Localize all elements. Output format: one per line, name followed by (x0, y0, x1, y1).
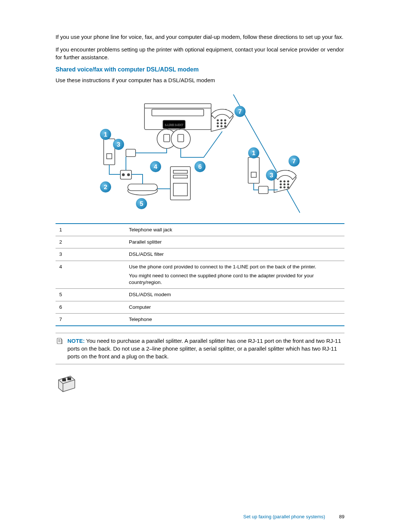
note-text: NOTE: You need to purchase a parallel sp… (67, 337, 344, 360)
svg-rect-8 (178, 134, 184, 142)
legend-desc: DSL/ADSL modem (126, 289, 344, 301)
legend-desc: Parallel splitter (126, 236, 344, 248)
svg-point-36 (284, 181, 285, 182)
table-row: 7 Telephone (56, 313, 344, 326)
footer-section-link[interactable]: Set up faxing (parallel phone systems) (243, 514, 325, 519)
svg-text:5: 5 (140, 200, 143, 207)
svg-text:1: 1 (104, 131, 107, 138)
parallel-splitter-icon (56, 371, 78, 393)
svg-rect-32 (248, 157, 259, 183)
port-label: 1-LINE 2-EXT (165, 123, 183, 127)
svg-rect-34 (259, 186, 268, 194)
legend-desc: Telephone (126, 313, 344, 326)
svg-point-31 (224, 126, 226, 127)
svg-rect-69 (67, 377, 71, 380)
svg-point-27 (221, 123, 222, 124)
svg-point-39 (284, 184, 285, 185)
svg-text:1: 1 (252, 150, 255, 157)
table-row: 5 DSL/ADSL modem (56, 289, 344, 301)
section-subtext: Use these instructions if your computer … (56, 77, 344, 84)
svg-text:2: 2 (104, 184, 107, 191)
svg-text:3: 3 (117, 141, 120, 148)
legend-num: 2 (56, 236, 126, 248)
page-number: 89 (339, 514, 344, 519)
intro-paragraph-2: If you encounter problems setting up the… (56, 46, 344, 61)
svg-point-29 (217, 126, 219, 127)
svg-point-40 (287, 184, 289, 185)
svg-rect-18 (128, 184, 157, 191)
legend-desc: Computer (126, 301, 344, 313)
table-row: 1 Telephone wall jack (56, 224, 344, 236)
svg-rect-21 (173, 175, 187, 178)
page-footer: Set up faxing (parallel phone systems) 8… (243, 514, 344, 519)
svg-point-30 (221, 126, 222, 127)
intro-paragraph-1: If you use your phone line for voice, fa… (56, 33, 344, 41)
legend-num: 7 (56, 313, 126, 326)
svg-point-28 (224, 123, 226, 124)
legend-desc: Telephone wall jack (126, 224, 344, 236)
svg-point-43 (287, 187, 289, 188)
legend-num: 3 (56, 248, 126, 261)
svg-text:3: 3 (270, 172, 273, 179)
svg-rect-64 (57, 338, 61, 344)
svg-point-26 (217, 123, 219, 124)
svg-rect-12 (107, 154, 112, 159)
svg-point-23 (217, 120, 219, 121)
connection-diagram: 1-LINE 2-EXT (56, 94, 344, 213)
svg-rect-68 (62, 378, 66, 381)
table-row: 4 Use the phone cord provided to connect… (56, 261, 344, 289)
legend-desc-line1: Use the phone cord provided to connect t… (129, 264, 341, 270)
note-body: You need to purchase a parallel splitter… (67, 338, 341, 359)
svg-rect-2 (144, 104, 211, 108)
note-label: NOTE: (67, 338, 85, 344)
svg-rect-22 (173, 183, 187, 196)
note-icon (56, 337, 64, 360)
legend-num: 5 (56, 289, 126, 301)
svg-point-41 (280, 187, 281, 188)
legend-num: 4 (56, 261, 126, 289)
table-row: 6 Computer (56, 301, 344, 313)
svg-text:4: 4 (154, 163, 157, 170)
svg-rect-20 (173, 170, 187, 173)
svg-text:6: 6 (198, 163, 201, 170)
svg-rect-3 (152, 109, 204, 116)
svg-rect-16 (126, 149, 136, 157)
table-row: 2 Parallel splitter (56, 236, 344, 248)
legend-desc: Use the phone cord provided to connect t… (126, 261, 344, 289)
svg-rect-7 (164, 134, 170, 142)
svg-point-24 (221, 120, 222, 121)
svg-point-37 (287, 181, 289, 182)
svg-text:7: 7 (238, 108, 241, 115)
page-content: If you use your phone line for voice, fa… (0, 0, 400, 415)
svg-text:7: 7 (292, 158, 296, 165)
svg-rect-11 (104, 139, 115, 165)
table-row: 3 DSL/ADSL filter (56, 248, 344, 261)
legend-table: 1 Telephone wall jack 2 Parallel splitte… (56, 223, 344, 326)
svg-point-25 (224, 120, 226, 121)
section-heading: Shared voice/fax with computer DSL/ADSL … (56, 66, 344, 73)
svg-point-38 (280, 184, 281, 185)
legend-num: 6 (56, 301, 126, 313)
legend-num: 1 (56, 224, 126, 236)
svg-point-14 (122, 174, 124, 176)
svg-point-42 (284, 187, 285, 188)
legend-desc-line2: You might need to connect the supplied p… (129, 272, 341, 286)
svg-rect-33 (251, 172, 256, 177)
svg-point-15 (127, 174, 130, 176)
svg-point-35 (280, 181, 281, 182)
note-block: NOTE: You need to purchase a parallel sp… (56, 333, 344, 364)
legend-desc: DSL/ADSL filter (126, 248, 344, 261)
